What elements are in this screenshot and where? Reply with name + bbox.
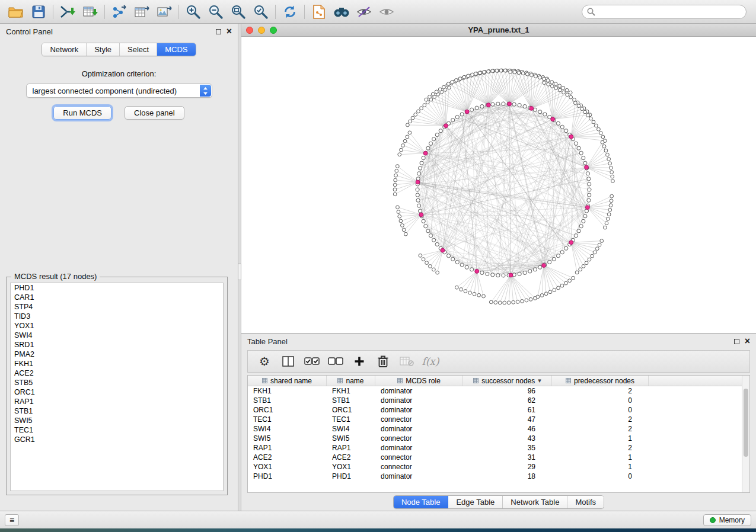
add-column-button[interactable]: [347, 352, 371, 370]
magnifier-fit-icon: [231, 4, 246, 20]
run-mcds-button[interactable]: Run MCDS: [53, 106, 111, 120]
refresh-icon: [283, 5, 297, 19]
table-row[interactable]: RAP1RAP1dominator352: [248, 443, 749, 453]
table-scrollbar[interactable]: [742, 376, 749, 492]
close-panel-button[interactable]: Close panel: [125, 106, 184, 120]
zoom-in-button[interactable]: [182, 2, 205, 21]
export-image-button[interactable]: [153, 2, 176, 21]
table-row[interactable]: ORC1ORC1dominator610: [248, 405, 749, 415]
zoom-out-button[interactable]: [205, 2, 227, 21]
network-canvas[interactable]: [241, 37, 756, 333]
table-cell: dominator: [375, 386, 463, 396]
deselect-all-button[interactable]: [324, 352, 347, 370]
mcds-result-item[interactable]: SWI5: [11, 416, 223, 425]
mcds-result-item[interactable]: PHD1: [11, 283, 223, 293]
export-network-button[interactable]: [108, 2, 130, 21]
criterion-dropdown[interactable]: largest connected component (undirected): [26, 84, 212, 98]
panel-splitter[interactable]: [238, 24, 241, 511]
search-input[interactable]: [599, 8, 741, 16]
clone-network-button[interactable]: [308, 2, 330, 21]
mcds-result-item[interactable]: ACE2: [11, 368, 223, 378]
panel-menu-button[interactable]: ≡: [5, 514, 19, 526]
close-panel-icon[interactable]: ×: [227, 27, 232, 36]
tab-mcds[interactable]: MCDS: [157, 43, 195, 56]
save-session-button[interactable]: [27, 2, 50, 21]
mcds-result-item[interactable]: GCR1: [11, 435, 223, 444]
mcds-result-item[interactable]: TEC1: [11, 425, 223, 435]
mcds-result-item[interactable]: PMA2: [11, 350, 223, 359]
minimize-window-icon[interactable]: [258, 27, 265, 34]
network-titlebar[interactable]: YPA_prune.txt_1: [241, 24, 756, 37]
table-cell: connector: [375, 415, 463, 424]
hide-selected-button[interactable]: [353, 2, 375, 21]
table-row[interactable]: STB1STB1dominator620: [248, 396, 749, 405]
column-header-predecessor-nodes[interactable]: predecessor nodes: [552, 376, 649, 386]
mcds-result-item[interactable]: YOX1: [11, 321, 223, 331]
node-table: shared namenameMCDS rolesuccessor nodes▾…: [247, 375, 750, 493]
column-header-shared-name[interactable]: shared name: [248, 376, 327, 386]
export-table-button[interactable]: [130, 2, 153, 21]
close-window-icon[interactable]: [246, 27, 253, 34]
import-table-button[interactable]: [79, 2, 101, 21]
select-all-button[interactable]: [300, 352, 324, 370]
column-header-MCDS-role[interactable]: MCDS role: [375, 376, 463, 386]
mcds-result-item[interactable]: SWI4: [11, 331, 223, 340]
delete-table-button-disabled[interactable]: [395, 352, 419, 370]
memory-button[interactable]: Memory: [703, 514, 751, 526]
zoom-fit-button[interactable]: [227, 2, 250, 21]
table-cell: 61: [463, 405, 552, 415]
table-cell: 96: [463, 386, 552, 396]
table-row[interactable]: SWI5SWI5connector431: [248, 434, 749, 443]
tab-style[interactable]: Style: [87, 43, 120, 56]
function-builder-button[interactable]: f(x): [419, 352, 442, 370]
table-row[interactable]: ACE2ACE2connector311: [248, 453, 749, 462]
mcds-result-item[interactable]: STB5: [11, 378, 223, 387]
table-row[interactable]: TEC1TEC1connector472: [248, 415, 749, 424]
tab-motifs[interactable]: Motifs: [567, 496, 604, 508]
checkboxes-empty-icon: [328, 355, 343, 367]
mcds-result-item[interactable]: SRD1: [11, 340, 223, 350]
column-header-successor-nodes[interactable]: successor nodes▾: [463, 376, 552, 386]
mcds-result-item[interactable]: STP4: [11, 302, 223, 312]
column-header-name[interactable]: name: [327, 376, 375, 386]
mcds-result-item[interactable]: RAP1: [11, 397, 223, 406]
mcds-result-item[interactable]: STB1: [11, 406, 223, 416]
mcds-result-item[interactable]: ORC1: [11, 387, 223, 397]
tab-edge-table[interactable]: Edge Table: [448, 496, 503, 508]
find-button[interactable]: [330, 2, 353, 21]
maximize-window-icon[interactable]: [270, 27, 277, 34]
show-all-button[interactable]: [375, 2, 398, 21]
table-settings-button[interactable]: ⚙: [253, 352, 276, 370]
table-row[interactable]: YOX1YOX1connector291: [248, 462, 749, 472]
tab-network-table[interactable]: Network Table: [503, 496, 567, 508]
table-row[interactable]: FKH1FKH1dominator962: [248, 386, 749, 396]
toolbar-separator: [275, 5, 276, 19]
float-panel-icon[interactable]: [216, 29, 221, 34]
delete-column-button[interactable]: [371, 352, 395, 370]
scrollbar-thumb[interactable]: [744, 389, 748, 457]
tab-network[interactable]: Network: [42, 43, 87, 56]
show-columns-button[interactable]: [276, 352, 300, 370]
zoom-selected-button[interactable]: [250, 2, 272, 21]
mcds-result-item[interactable]: CAR1: [11, 293, 223, 302]
table-cell: dominator: [375, 443, 463, 453]
table-cell: TEC1: [327, 415, 375, 424]
mcds-result-item[interactable]: FKH1: [11, 359, 223, 368]
mcds-result-item[interactable]: TID3: [11, 312, 223, 321]
import-network-button[interactable]: [56, 2, 79, 21]
tab-node-table[interactable]: Node Table: [394, 496, 449, 508]
open-file-button[interactable]: [5, 2, 27, 21]
trash-icon: [377, 355, 389, 368]
tab-select[interactable]: Select: [120, 43, 157, 56]
close-table-panel-icon[interactable]: ×: [745, 336, 750, 346]
mcds-result-list[interactable]: PHD1CAR1STP4TID3YOX1SWI4SRD1PMA2FKH1ACE2…: [10, 283, 224, 491]
table-row[interactable]: PHD1PHD1dominator180: [248, 472, 749, 481]
table-cell: 31: [463, 453, 552, 462]
toolbar-search[interactable]: [582, 5, 747, 19]
float-table-panel-icon[interactable]: [734, 339, 739, 344]
table-cell: FKH1: [327, 386, 375, 396]
table-row[interactable]: SWI4SWI4dominator462: [248, 424, 749, 434]
splitter-grip[interactable]: [238, 264, 241, 280]
refresh-button[interactable]: [279, 2, 301, 21]
table-cell: dominator: [375, 424, 463, 434]
